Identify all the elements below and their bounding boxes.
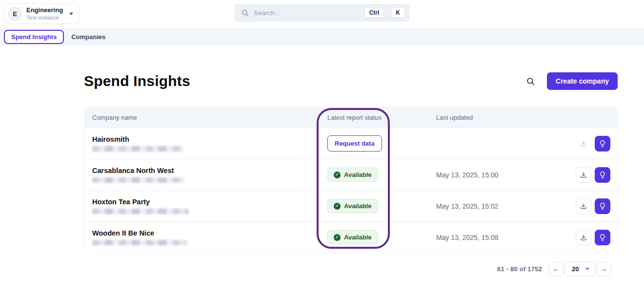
table-row[interactable]: Hairosmith Request data xyxy=(84,128,617,159)
table-search-button[interactable] xyxy=(526,77,535,86)
main-content: Spend Insights Create company Company na… xyxy=(84,72,618,276)
company-name: Hairosmith xyxy=(92,135,327,143)
col-last-updated: Last updated xyxy=(436,114,610,121)
page-header: Spend Insights Create company xyxy=(84,72,618,90)
pagination-range: 61 - 80 of 1752 xyxy=(497,265,542,273)
kbd-ctrl: Ctrl xyxy=(364,7,384,19)
lightbulb-icon xyxy=(599,140,606,148)
status-badge: ✓ Available xyxy=(327,168,378,182)
page-size-select[interactable]: 20 xyxy=(564,261,595,276)
status-cell: ✓ Available xyxy=(327,168,436,182)
insights-button[interactable] xyxy=(595,136,610,151)
download-button[interactable] xyxy=(576,167,591,183)
company-cell: Carsablanca North West xyxy=(92,167,327,183)
search-input[interactable] xyxy=(254,9,360,17)
tab-spend-insights[interactable]: Spend Insights xyxy=(4,30,64,44)
lightbulb-icon xyxy=(599,234,606,241)
global-search[interactable]: Ctrl K xyxy=(235,4,409,22)
tab-companies[interactable]: Companies xyxy=(71,33,105,41)
status-label: Available xyxy=(344,171,372,178)
prev-page-button[interactable]: ← xyxy=(549,262,563,276)
redacted-subtitle xyxy=(92,209,188,214)
company-cell: Wooden It Be Nice xyxy=(92,229,327,245)
last-updated: May 13, 2025, 15:02 xyxy=(436,202,576,210)
check-icon: ✓ xyxy=(334,203,341,210)
row-actions xyxy=(576,136,610,151)
lightbulb-icon xyxy=(599,171,606,179)
company-name: Carsablanca North West xyxy=(92,167,327,174)
next-page-button[interactable]: → xyxy=(597,262,611,276)
insights-button[interactable] xyxy=(595,167,610,183)
row-actions xyxy=(576,167,610,183)
search-icon xyxy=(241,9,249,17)
primary-nav: Spend Insights Companies xyxy=(0,28,644,45)
header-actions: Create company xyxy=(526,72,618,90)
row-actions xyxy=(576,198,610,214)
insights-button[interactable] xyxy=(595,230,610,245)
org-subtitle: Test instance xyxy=(26,14,63,21)
page-size-value: 20 xyxy=(572,265,579,273)
col-company-name: Company name xyxy=(92,114,327,121)
org-avatar: E xyxy=(8,7,22,21)
download-button[interactable] xyxy=(576,136,591,151)
row-actions xyxy=(576,230,610,245)
table-row[interactable]: Hoxton Tea Party ✓ Available May 13, 202… xyxy=(84,190,617,221)
create-company-button[interactable]: Create company xyxy=(547,72,618,90)
org-switcher[interactable]: E Engineering Test instance xyxy=(4,3,80,24)
search-icon xyxy=(526,77,535,86)
status-cell: ✓ Available xyxy=(327,230,436,244)
company-cell: Hairosmith xyxy=(92,135,327,151)
status-cell: Request data xyxy=(327,135,436,151)
last-updated: May 13, 2025, 15:00 xyxy=(436,171,576,179)
company-name: Wooden It Be Nice xyxy=(92,229,327,237)
download-button[interactable] xyxy=(576,230,591,245)
status-label: Available xyxy=(344,202,372,210)
page-title: Spend Insights xyxy=(84,73,190,89)
check-icon: ✓ xyxy=(334,234,341,241)
last-updated: May 13, 2025, 15:08 xyxy=(436,234,576,241)
table-row[interactable]: Wooden It Be Nice ✓ Available May 13, 20… xyxy=(84,221,617,253)
status-cell: ✓ Available xyxy=(327,199,436,213)
chevron-down-icon xyxy=(69,13,73,15)
company-cell: Hoxton Tea Party xyxy=(92,198,327,214)
org-labels: Engineering Test instance xyxy=(26,6,63,22)
status-badge: ✓ Available xyxy=(327,199,378,213)
download-icon xyxy=(580,171,587,179)
download-icon xyxy=(580,234,587,241)
download-icon xyxy=(580,140,587,148)
insights-button[interactable] xyxy=(595,198,610,214)
pagination-controls: ← 20 → xyxy=(549,261,611,276)
redacted-subtitle xyxy=(92,240,186,245)
table-row[interactable]: Carsablanca North West ✓ Available May 1… xyxy=(84,159,617,190)
status-badge: ✓ Available xyxy=(327,230,378,244)
download-button[interactable] xyxy=(576,198,591,214)
redacted-subtitle xyxy=(92,177,184,183)
kbd-k: K xyxy=(391,7,405,19)
companies-table: Company name Latest report status Last u… xyxy=(84,107,618,253)
top-bar: E Engineering Test instance Ctrl K xyxy=(0,0,644,28)
request-data-button[interactable]: Request data xyxy=(327,135,382,151)
table-header: Company name Latest report status Last u… xyxy=(84,107,617,128)
lightbulb-icon xyxy=(599,202,606,210)
chevron-down-icon xyxy=(585,268,589,270)
redacted-subtitle xyxy=(92,146,183,151)
download-icon xyxy=(580,202,587,210)
status-label: Available xyxy=(344,234,372,241)
pagination: 61 - 80 of 1752 ← 20 → xyxy=(84,261,618,276)
org-name: Engineering xyxy=(26,6,63,14)
company-name: Hoxton Tea Party xyxy=(92,198,327,206)
check-icon: ✓ xyxy=(334,172,341,178)
col-latest-report-status: Latest report status xyxy=(327,114,436,121)
